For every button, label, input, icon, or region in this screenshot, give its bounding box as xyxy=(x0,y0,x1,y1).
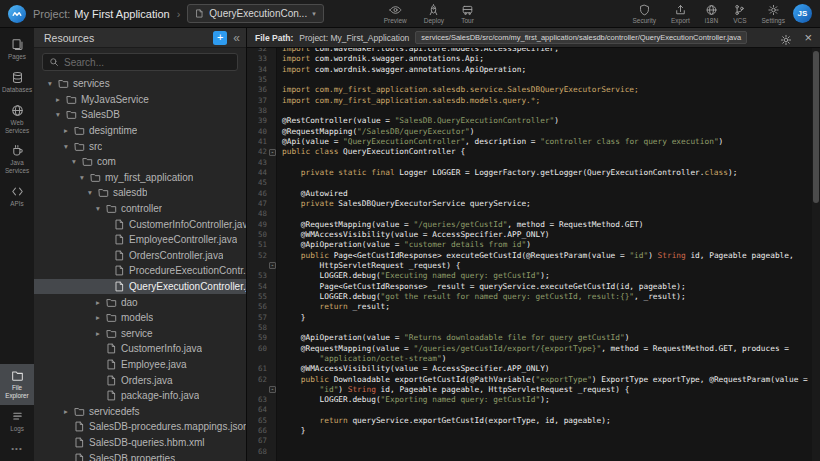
code-line[interactable]: 60 @RequestMapping(value = "/queries/get… xyxy=(247,344,812,354)
code-line[interactable]: 67 xyxy=(247,436,812,446)
tree-item-employeecontroller-java[interactable]: EmployeeController.java xyxy=(34,232,246,248)
code-line[interactable]: 62 public Downloadable exportGetCustId(@… xyxy=(247,375,812,385)
rail-item-java-services[interactable]: Java Services xyxy=(0,139,34,180)
code-line[interactable]: 65 return queryService.exportGetCustId(e… xyxy=(247,416,812,426)
code-line[interactable]: 53 LOGGER.debug("Executing named query: … xyxy=(247,271,812,281)
line-number[interactable]: 64 xyxy=(247,405,277,415)
scrollbar-thumb[interactable] xyxy=(813,51,819,203)
code-line[interactable]: 63 LOGGER.debug("Exporting named query: … xyxy=(247,395,812,405)
user-avatar[interactable]: JS xyxy=(793,4,812,23)
line-number[interactable]: 35 xyxy=(247,75,277,85)
deploy-button[interactable]: Deploy xyxy=(424,4,444,24)
code-line[interactable]: 34import com.wordnik.swagger.annotations… xyxy=(247,65,812,75)
rail-item-logs[interactable]: Logs xyxy=(0,405,34,438)
code-line[interactable]: 46 @Autowired xyxy=(247,189,812,199)
code-line[interactable]: 58 xyxy=(247,323,812,333)
close-file-icon[interactable]: × xyxy=(804,32,812,44)
tree-item-my-first-application[interactable]: ▾my_first_application xyxy=(34,170,246,186)
line-number[interactable]: 46 xyxy=(247,189,277,199)
line-number[interactable]: 56 xyxy=(247,302,277,312)
tree-item-myjavaservice[interactable]: ▸MyJavaService xyxy=(34,92,246,108)
tour-button[interactable]: Tour xyxy=(461,4,474,24)
code-line[interactable]: 50 @WMAccessVisibility(value = AccessSpe… xyxy=(247,230,812,240)
code-line[interactable]: 45 xyxy=(247,178,812,188)
editor-settings-gear-icon[interactable] xyxy=(780,32,792,44)
preview-button[interactable]: Preview xyxy=(384,4,407,24)
code-line[interactable]: 57 } xyxy=(247,313,812,323)
fold-marker[interactable]: - xyxy=(269,262,276,269)
line-number[interactable]: 53 xyxy=(247,271,277,281)
tree-item-salesdb-queries-hbm-xml[interactable]: SalesDB-queries.hbm.xml xyxy=(34,435,246,451)
tree-item-services[interactable]: ▾services xyxy=(34,76,246,92)
tree-item-salesdb-properties[interactable]: SalesDB.properties xyxy=(34,450,246,461)
rail-item-file-explorer[interactable]: File Explorer xyxy=(0,364,34,405)
tree-item-servicedefs[interactable]: ▸servicedefs xyxy=(34,403,246,419)
line-number[interactable]: 49 xyxy=(247,220,277,230)
tree-item-src[interactable]: ▾src xyxy=(34,138,246,154)
vcs-button[interactable]: VCS xyxy=(733,4,746,24)
tree-item-com[interactable]: ▾com xyxy=(34,154,246,170)
tree-item-customerinfocontroller-java[interactable]: CustomerInfoController.java xyxy=(34,216,246,232)
code-line[interactable]: 42-public class QueryExecutionController… xyxy=(247,147,812,157)
open-file-dropdown[interactable]: QueryExecutionCon... ▾ xyxy=(187,4,323,23)
tree-item-salesdb-procedures-mappings-json[interactable]: SalesDB-procedures.mappings.json xyxy=(34,419,246,435)
code-line[interactable]: 44 private static final Logger LOGGER = … xyxy=(247,168,812,178)
line-number[interactable]: 36 xyxy=(247,85,277,95)
search-input[interactable] xyxy=(64,57,231,68)
tree-item-package-info-java[interactable]: package-info.java xyxy=(34,388,246,404)
wavemaker-logo[interactable] xyxy=(8,5,26,23)
tree-item-service[interactable]: ▸service xyxy=(34,326,246,342)
code-line[interactable]: 47 private SalesDBQueryExecutorService q… xyxy=(247,199,812,209)
security-button[interactable]: Security xyxy=(632,4,655,24)
line-number[interactable]: 55 xyxy=(247,292,277,302)
code-line[interactable]: 36import com.my_first_application.salesd… xyxy=(247,85,812,95)
code-line[interactable]: 38 xyxy=(247,106,812,116)
code-line[interactable]: 49 @RequestMapping(value = "/queries/get… xyxy=(247,220,812,230)
code-editor[interactable]: 32import com.wavemaker.tools.api.core.mo… xyxy=(247,48,820,461)
code-line[interactable]: 52 public Page<GetCustIdResponse> execut… xyxy=(247,251,812,261)
code-line[interactable]: "application/octet-stream") xyxy=(247,354,812,364)
line-number[interactable]: 68 xyxy=(247,447,277,457)
line-number[interactable]: 66 xyxy=(247,426,277,436)
tree-item-employee-java[interactable]: Employee.java xyxy=(34,357,246,373)
line-number[interactable]: 67 xyxy=(247,436,277,446)
line-number[interactable]: 45 xyxy=(247,178,277,188)
settings-button[interactable]: Settings xyxy=(762,4,786,24)
rail-item-apis[interactable]: APIs xyxy=(0,180,34,213)
line-number[interactable]: 41 xyxy=(247,137,277,147)
code-line[interactable]: 43 xyxy=(247,158,812,168)
code-line[interactable]: 33import com.wordnik.swagger.annotations… xyxy=(247,54,812,64)
code-line[interactable]: 59 @ApiOperation(value = "Returns downlo… xyxy=(247,333,812,343)
code-line[interactable]: 39@RestController(value = "SalesDB.Query… xyxy=(247,116,812,126)
line-number[interactable]: 38 xyxy=(247,106,277,116)
line-number[interactable]: 58 xyxy=(247,323,277,333)
code-line[interactable]: 61 @WMAccessVisibility(value = AccessSpe… xyxy=(247,364,812,374)
tree-item-orderscontroller-java[interactable]: OrdersController.java xyxy=(34,248,246,264)
tree-item-orders-java[interactable]: Orders.java xyxy=(34,372,246,388)
line-number[interactable]: 63 xyxy=(247,395,277,405)
line-number[interactable]: 34 xyxy=(247,65,277,75)
code-line[interactable]: 68 xyxy=(247,447,812,457)
tree-item-customerinfo-java[interactable]: CustomerInfo.java xyxy=(34,341,246,357)
rail-item-pages[interactable]: Pages xyxy=(0,33,34,66)
code-line[interactable]: 55 LOGGER.debug("got the result for name… xyxy=(247,292,812,302)
more-options-button[interactable]: ••• xyxy=(0,438,34,461)
tree-item-models[interactable]: ▸models xyxy=(34,310,246,326)
code-line[interactable]: 66 } xyxy=(247,426,812,436)
line-number[interactable]: 51 xyxy=(247,240,277,250)
rail-item-databases[interactable]: Databases xyxy=(0,66,34,99)
line-number[interactable]: 48 xyxy=(247,209,277,219)
fold-marker[interactable]: - xyxy=(269,386,276,393)
editor-scrollbar[interactable] xyxy=(812,48,820,461)
line-number[interactable]: 54 xyxy=(247,282,277,292)
line-number[interactable]: 39 xyxy=(247,116,277,126)
line-number[interactable]: 60 xyxy=(247,344,277,354)
tree-item-designtime[interactable]: ▸designtime xyxy=(34,123,246,139)
code-line[interactable]: 40@RequestMapping("/SalesDB/queryExecuto… xyxy=(247,127,812,137)
code-line[interactable]: 41@Api(value = "QueryExecutionController… xyxy=(247,137,812,147)
fold-marker[interactable]: - xyxy=(269,149,276,156)
tree-item-dao[interactable]: ▸dao xyxy=(34,294,246,310)
line-number[interactable]: 37 xyxy=(247,96,277,106)
tree-item-procedureexecutioncontr[interactable]: ProcedureExecutionContr... xyxy=(34,263,246,279)
tree-item-salesdb[interactable]: ▾salesdb xyxy=(34,185,246,201)
